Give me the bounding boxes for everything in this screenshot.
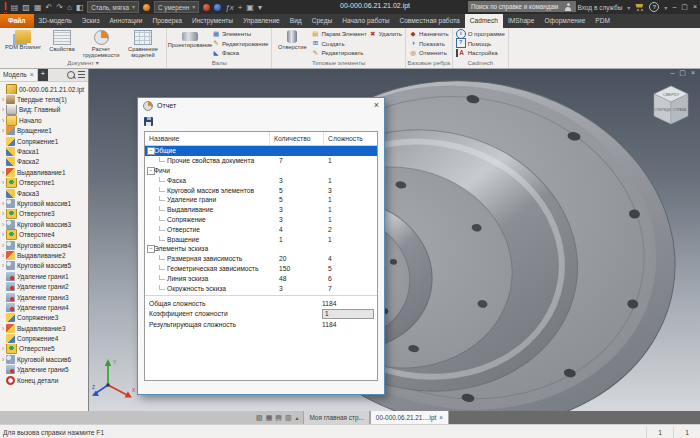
doc-restore-button[interactable]: ▢ xyxy=(679,69,686,77)
search-input[interactable]: Поиск по справке и командам xyxy=(468,1,576,12)
report-row[interactable]: Общие xyxy=(145,146,377,156)
menu-icon[interactable] xyxy=(78,71,85,78)
tree-item[interactable]: Сопряжение1 xyxy=(0,136,88,146)
shaft-design-button[interactable]: Проектирование xyxy=(170,29,210,48)
tree-item[interactable]: › Круговой массив5 xyxy=(0,261,88,271)
add-panel-button[interactable]: + xyxy=(38,68,48,81)
doc-minimize-button[interactable]: – xyxy=(670,69,674,77)
row-expand-toggle[interactable] xyxy=(145,146,154,155)
settings-button[interactable]: А Настройка xyxy=(456,48,505,58)
doc-close-button[interactable]: × xyxy=(691,69,695,77)
blue-sphere-icon[interactable] xyxy=(214,4,221,11)
report-row[interactable]: Геометрическая зависимость 150 5 xyxy=(145,264,377,274)
tree-item[interactable]: Фаска3 xyxy=(0,188,88,198)
close-icon[interactable]: × xyxy=(30,71,34,78)
tree-item[interactable]: › Круговой массив4 xyxy=(0,240,88,250)
fx-parameters-icon[interactable]: ƒx xyxy=(225,3,233,12)
tree-item[interactable]: › Вращение1 xyxy=(0,126,88,136)
open-file-icon[interactable]: ▨ xyxy=(22,3,30,12)
shaft-edit-button[interactable]: ✎ Редактирование xyxy=(212,39,268,49)
red-sphere-icon[interactable] xyxy=(203,4,210,11)
tree-item[interactable]: Сопряжение4 xyxy=(0,333,88,343)
tree-item[interactable]: › Круговой массив1 xyxy=(0,198,88,208)
tree-item[interactable]: Удаление грани3 xyxy=(0,292,88,302)
column-name[interactable]: Название xyxy=(145,132,270,145)
param-element-button[interactable]: ▤ Парам.Элемент xyxy=(311,29,366,39)
report-row[interactable]: Размерная зависимость 20 4 xyxy=(145,254,377,264)
appearance-dropdown[interactable]: С умеренн ▾ xyxy=(154,1,199,13)
ribbon-tab[interactable]: 3D-модель xyxy=(34,14,77,28)
tree-item[interactable]: › Круговой массив3 xyxy=(0,219,88,229)
report-row[interactable]: Круговой массив элементов 5 3 xyxy=(145,185,377,195)
chevron-down-icon[interactable]: ▾ xyxy=(664,4,667,11)
ribbon-tab[interactable]: IMShape xyxy=(503,14,539,28)
save-report-button[interactable] xyxy=(144,117,153,126)
report-row[interactable]: Вращение 1 1 xyxy=(145,234,377,244)
minimize-button[interactable]: – xyxy=(672,3,677,11)
ribbon-tab[interactable]: Управление xyxy=(238,14,285,28)
ribbon-tab[interactable]: Файл xyxy=(0,14,34,28)
material-dropdown[interactable]: Сталь, мягка ▾ xyxy=(87,1,139,13)
close-button[interactable]: × xyxy=(693,3,698,11)
tile-windows-icon[interactable]: ▦ xyxy=(266,414,273,422)
delete-button[interactable]: ✖ Удалить xyxy=(369,29,402,39)
image-icon[interactable]: ▣ xyxy=(246,3,254,12)
dialog-close-button[interactable]: × xyxy=(374,101,379,110)
shaft-chamfer-button[interactable]: ◣ Фаска xyxy=(212,48,268,58)
dialog-title-bar[interactable]: Отчет × xyxy=(138,98,384,113)
tree-item[interactable]: › Твердые тела(1) xyxy=(0,94,88,104)
report-row[interactable]: Выдавливание 3 1 xyxy=(145,205,377,215)
help-button[interactable]: ? Помощь xyxy=(456,39,505,49)
cancel-button[interactable]: ◎ Отменить xyxy=(409,48,449,58)
tree-item[interactable]: › Выдавливание3 xyxy=(0,323,88,333)
undo-icon[interactable]: ↶ xyxy=(45,3,52,12)
tree-item[interactable]: Удаление грани2 xyxy=(0,281,88,291)
ribbon-tab[interactable]: Начало работы xyxy=(337,14,394,28)
hole-button[interactable]: Отверстие xyxy=(275,29,309,50)
tree-item[interactable]: Удаление грани4 xyxy=(0,302,88,312)
show-button[interactable]: ◑ Показать xyxy=(409,39,449,49)
plus-icon[interactable]: + xyxy=(238,3,243,12)
tree-item[interactable]: › Отверстие4 xyxy=(0,229,88,239)
report-row[interactable]: Удаление грани 5 1 xyxy=(145,195,377,205)
tree-item[interactable]: › Вид: Главный xyxy=(0,105,88,115)
ribbon-tab[interactable]: Оформление xyxy=(539,14,590,28)
render-icon[interactable]: ◧ xyxy=(76,3,84,12)
coefficient-input[interactable] xyxy=(322,309,374,319)
ribbon-tab[interactable]: Cadmech xyxy=(465,14,503,28)
tree-item[interactable]: › Отверстие1 xyxy=(0,178,88,188)
tree-item[interactable]: Удаление грани5 xyxy=(0,365,88,375)
create-button[interactable]: ⊞ Создать xyxy=(311,39,366,49)
tree-item[interactable]: › Выдавливание1 xyxy=(0,167,88,177)
split-vertical-icon[interactable]: ▥ xyxy=(285,414,292,422)
cart-icon[interactable] xyxy=(635,4,644,11)
tree-item[interactable]: 00-000.06.21.21.02.ipt xyxy=(0,84,88,94)
about-button[interactable]: i О программе xyxy=(456,29,505,39)
chevron-down-icon[interactable]: ▾ xyxy=(627,4,630,11)
labor-calc-button[interactable]: Расчет трудоемкости xyxy=(81,29,121,58)
ribbon-tab[interactable]: Эскиз xyxy=(77,14,105,28)
split-horizontal-icon[interactable]: ▤ xyxy=(275,414,282,422)
home-icon[interactable]: ⌂ xyxy=(67,3,72,12)
ribbon-tab[interactable]: Среды xyxy=(307,14,338,28)
report-row[interactable]: Фаска 3 1 xyxy=(145,175,377,185)
tree-item[interactable]: › Отверстие5 xyxy=(0,344,88,354)
pdm-browser-button[interactable]: PDM Browser xyxy=(3,29,43,50)
chevron-down-icon[interactable]: ▾ xyxy=(258,3,262,12)
save-icon[interactable]: ▦ xyxy=(34,3,42,12)
report-row[interactable]: Прочие свойства документа 7 1 xyxy=(145,156,377,166)
collapse-arrow-icon[interactable]: ▲ xyxy=(295,415,300,421)
search-icon[interactable] xyxy=(67,71,75,79)
tree-item[interactable]: Фаска2 xyxy=(0,157,88,167)
properties-button[interactable]: Свойства xyxy=(45,29,79,52)
home-document-tab[interactable]: Моя главная стр... xyxy=(303,411,369,424)
ribbon-tab[interactable]: Проверка xyxy=(147,14,187,28)
restore-button[interactable]: ▢ xyxy=(681,3,689,11)
tree-item[interactable]: Сопряжение3 xyxy=(0,313,88,323)
ribbon-tab[interactable]: Совместная работа xyxy=(394,14,464,28)
report-row[interactable]: Линия эскиза 48 6 xyxy=(145,273,377,283)
tree-item[interactable]: Конец детали xyxy=(0,375,88,385)
model-compare-button[interactable]: Сравнение моделей xyxy=(123,29,163,58)
ribbon-tab[interactable]: PDM xyxy=(590,14,615,28)
row-expand-toggle[interactable] xyxy=(145,166,154,175)
